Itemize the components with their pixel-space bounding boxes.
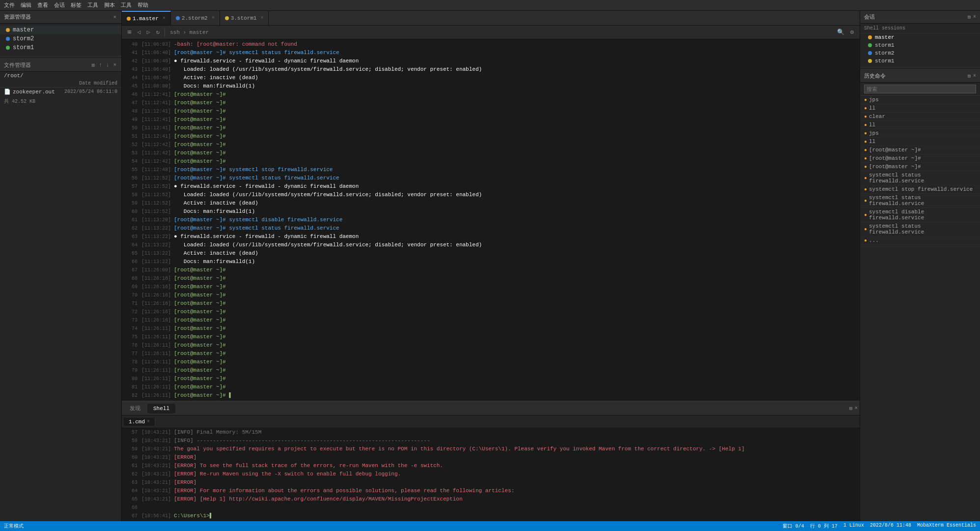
line-content: [root@master ~]# bbox=[174, 107, 226, 116]
history-item[interactable]: ●ll bbox=[860, 104, 980, 113]
history-item[interactable]: ●[root@master ~]# bbox=[860, 154, 980, 163]
menu-item-tools[interactable]: 工具 bbox=[87, 1, 98, 9]
line-time: [10:43:21] bbox=[141, 428, 171, 437]
server-item-storm1[interactable]: storm1 bbox=[0, 43, 121, 52]
line-content: [root@master ~]# bbox=[174, 90, 226, 99]
tab-close-storm2[interactable]: × bbox=[212, 15, 215, 21]
history-item[interactable]: ●systemctl stop firewalld.service bbox=[860, 185, 980, 194]
toolbar-btn-search[interactable]: 🔍 bbox=[835, 28, 846, 37]
terminal-line: 62[11:13:22][root@master ~]# systemctl s… bbox=[122, 224, 860, 233]
tab-dot-storm2 bbox=[176, 16, 180, 20]
line-time: [11:26:11] bbox=[141, 366, 171, 375]
line-time: [10:43:21] bbox=[141, 478, 171, 487]
tab-label-storm2: 2.storm2 bbox=[182, 15, 208, 21]
menu-item-script[interactable]: 脚本 bbox=[104, 1, 115, 9]
tab-storm2[interactable]: 2.storm2 × bbox=[171, 11, 220, 25]
line-number: 46 bbox=[124, 90, 138, 99]
toolbar-btn-back[interactable]: ◁ bbox=[135, 28, 142, 37]
history-item[interactable]: ●clear bbox=[860, 113, 980, 121]
server-item-master[interactable]: master bbox=[0, 26, 121, 34]
line-number: 69 bbox=[124, 283, 138, 291]
session-server-master[interactable]: master bbox=[860, 33, 980, 41]
line-content: [root@master ~]# bbox=[174, 141, 226, 149]
line-content: [root@master ~]# bbox=[174, 132, 226, 141]
line-number: 67 bbox=[124, 266, 138, 274]
file-browser-close[interactable]: × bbox=[112, 62, 117, 68]
bottom-file-tab-cmd[interactable]: 1.cmd × bbox=[124, 418, 155, 426]
bottom-terminal[interactable]: 47[10:36:05][ERROR] For more information… bbox=[122, 428, 860, 521]
file-browser-header: 文件管理器 ⊞ ↑ ↓ × bbox=[0, 59, 121, 72]
line-time: [11:26:11] bbox=[141, 350, 171, 358]
history-item[interactable]: ●jps bbox=[860, 129, 980, 138]
bottom-tab-shell[interactable]: Shell bbox=[147, 404, 175, 413]
sidebar-close-btn[interactable]: × bbox=[112, 14, 117, 20]
line-number: 71 bbox=[124, 299, 138, 308]
file-browser-icon3[interactable]: ↓ bbox=[105, 62, 111, 68]
bottom-panel-expand[interactable]: ⊞ bbox=[849, 405, 853, 412]
bottom-file-tab-close[interactable]: × bbox=[147, 419, 150, 424]
toolbar-btn-settings[interactable]: ⚙ bbox=[848, 28, 856, 37]
history-item[interactable]: ●... bbox=[860, 236, 980, 245]
history-search-input[interactable] bbox=[864, 85, 976, 93]
server-item-storm2[interactable]: storm2 bbox=[0, 34, 121, 43]
line-number: 61 bbox=[124, 462, 138, 470]
history-item[interactable]: ●[root@master ~]# bbox=[860, 163, 980, 171]
bottom-panel-close[interactable]: × bbox=[854, 405, 858, 412]
history-item[interactable]: ●ll bbox=[860, 121, 980, 129]
history-item-text: jps bbox=[869, 130, 879, 136]
line-number: 77 bbox=[124, 350, 138, 358]
menu-item-tools2[interactable]: 工具 bbox=[121, 1, 132, 9]
terminal-line: 70[11:26:16][root@master ~]# bbox=[122, 291, 860, 299]
history-section: 历史命令 ⊞ × ●jps●ll●clear●ll●jps●ll●[root@m… bbox=[860, 69, 980, 521]
history-item[interactable]: ●systemctl disable firewalld.service bbox=[860, 208, 980, 222]
file-item-zookeeper[interactable]: 📄 zookeeper.out 2022/05/24 06:11:0 bbox=[0, 88, 121, 96]
terminal-line: 52[11:12:42][root@master ~]# bbox=[122, 141, 860, 149]
menu-item-help[interactable]: 帮助 bbox=[138, 1, 148, 9]
menu-item-file[interactable]: 文件 bbox=[4, 1, 15, 9]
tab-close-master[interactable]: × bbox=[163, 16, 166, 21]
history-list[interactable]: ●jps●ll●clear●ll●jps●ll●[root@master ~]#… bbox=[860, 96, 980, 521]
line-number: 75 bbox=[124, 333, 138, 341]
line-time: [11:26:11] bbox=[141, 341, 171, 350]
toolbar-btn-new[interactable]: ⊞ bbox=[126, 28, 133, 37]
divider bbox=[0, 56, 121, 57]
file-browser-icon2[interactable]: ↑ bbox=[98, 62, 103, 68]
left-sidebar: 资源管理器 × master storm2 storm1 文件管理器 bbox=[0, 11, 122, 521]
history-item[interactable]: ●systemctl status firewalld.service bbox=[860, 171, 980, 185]
server-name-storm1: storm1 bbox=[13, 44, 34, 51]
file-browser-icon1[interactable]: ⊞ bbox=[91, 62, 96, 68]
toolbar-btn-forward[interactable]: ▷ bbox=[144, 28, 152, 37]
line-content: [root@master ~]# bbox=[174, 266, 226, 274]
history-expand[interactable]: ⊞ bbox=[968, 73, 971, 79]
history-item[interactable]: ●[root@master ~]# bbox=[860, 146, 980, 154]
right-sidebar-expand[interactable]: ⊞ bbox=[968, 14, 971, 20]
line-content: Docs: man:firewalld(1) bbox=[174, 82, 255, 90]
history-item[interactable]: ●ll bbox=[860, 138, 980, 146]
bottom-tab-discover[interactable]: 发现 bbox=[124, 403, 146, 414]
menu-item-view[interactable]: 查看 bbox=[37, 1, 48, 9]
line-number: 58 bbox=[124, 437, 138, 445]
history-item-text: ... bbox=[869, 237, 879, 243]
line-number: 55 bbox=[124, 166, 138, 174]
tab-master[interactable]: 1.master × bbox=[122, 11, 171, 25]
menu-item-tab[interactable]: 标签 bbox=[71, 1, 82, 9]
menu-item-edit[interactable]: 编辑 bbox=[21, 1, 31, 9]
line-number: 81 bbox=[124, 383, 138, 391]
line-time: [11:13:22] bbox=[141, 249, 171, 258]
tab-close-storm1[interactable]: × bbox=[260, 15, 263, 21]
tab-storm1[interactable]: 3.storm1 × bbox=[220, 11, 269, 25]
session-server-storm2[interactable]: storm2 bbox=[860, 49, 980, 57]
history-item[interactable]: ●jps bbox=[860, 96, 980, 104]
history-item[interactable]: ●systemctl status firewalld.service bbox=[860, 222, 980, 236]
terminal-content[interactable]: 38[11:06:02]-bash: [root@master: command… bbox=[122, 39, 860, 401]
tab-label-master: 1.master bbox=[133, 16, 159, 22]
right-sidebar-close[interactable]: × bbox=[973, 14, 976, 20]
session-server-storm1[interactable]: storm1 bbox=[860, 41, 980, 49]
history-close[interactable]: × bbox=[973, 73, 976, 79]
session-server-storm1b[interactable]: storm1 bbox=[860, 57, 980, 65]
history-item[interactable]: ●systemctl status firewalld.service bbox=[860, 194, 980, 208]
menu-item-session[interactable]: 会话 bbox=[54, 1, 65, 9]
line-content: [root@master ~]# bbox=[174, 375, 226, 383]
toolbar-btn-refresh[interactable]: ↻ bbox=[154, 28, 162, 37]
line-number: 80 bbox=[124, 375, 138, 383]
